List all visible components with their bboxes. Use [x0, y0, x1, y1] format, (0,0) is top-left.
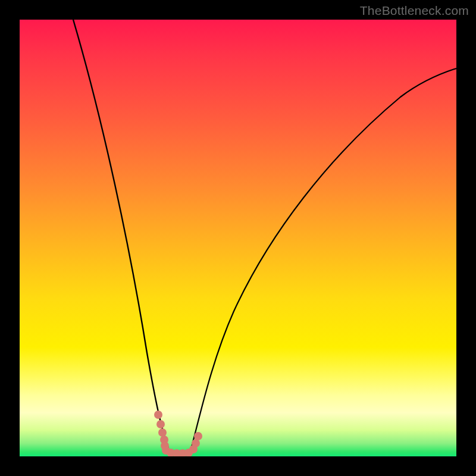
- svg-point-1: [156, 420, 165, 428]
- left-curve: [73, 20, 171, 456]
- watermark-text: TheBottleneck.com: [360, 4, 469, 18]
- chart-frame: TheBottleneck.com: [0, 0, 476, 476]
- svg-point-2: [158, 428, 167, 437]
- chart-curves: [20, 20, 456, 456]
- plot-area: [20, 20, 456, 456]
- svg-point-11: [192, 439, 200, 447]
- svg-point-12: [194, 432, 202, 440]
- optimum-marker: [154, 411, 202, 456]
- svg-point-0: [154, 411, 162, 419]
- right-curve: [189, 68, 456, 456]
